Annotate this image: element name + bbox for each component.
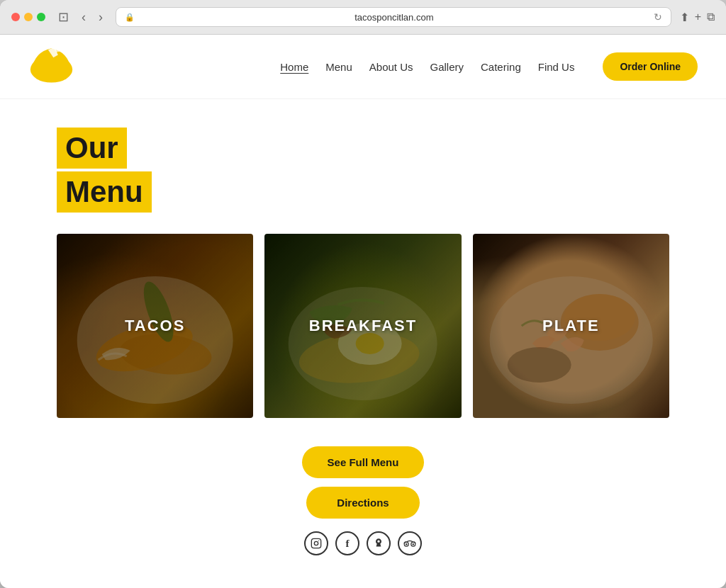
menu-card-plate[interactable]: PLATE bbox=[473, 234, 669, 418]
nav-catering[interactable]: Catering bbox=[481, 61, 521, 73]
tabs-overview-icon[interactable]: ⧉ bbox=[707, 11, 715, 23]
tacos-label: TACOS bbox=[125, 317, 185, 335]
tripadvisor-icon[interactable] bbox=[398, 531, 422, 555]
menu-card-tacos[interactable]: TACOS bbox=[57, 234, 253, 418]
main-nav: Home Menu About Us Gallery Catering Find… bbox=[280, 61, 574, 73]
lock-icon: 🔒 bbox=[125, 13, 135, 22]
forward-button[interactable]: › bbox=[94, 9, 107, 26]
order-online-button[interactable]: Order Online bbox=[603, 52, 698, 81]
share-icon[interactable]: ⬆ bbox=[680, 11, 689, 24]
logo-icon bbox=[28, 42, 78, 91]
plate-label: PLATE bbox=[542, 317, 599, 335]
svg-rect-13 bbox=[311, 539, 320, 548]
section-title: Our Menu bbox=[57, 128, 669, 213]
svg-point-8 bbox=[356, 333, 384, 354]
back-button[interactable]: ‹ bbox=[77, 9, 90, 26]
see-full-menu-button[interactable]: See Full Menu bbox=[302, 446, 425, 478]
instagram-icon[interactable] bbox=[304, 531, 328, 555]
cta-section: See Full Menu Directions f bbox=[57, 446, 669, 570]
svg-point-18 bbox=[406, 543, 407, 545]
new-tab-icon[interactable]: + bbox=[695, 11, 701, 23]
svg-point-15 bbox=[318, 541, 319, 541]
nav-gallery[interactable]: Gallery bbox=[430, 61, 464, 73]
nav-about[interactable]: About Us bbox=[369, 61, 413, 73]
facebook-icon[interactable]: f bbox=[335, 531, 359, 555]
breakfast-label: BREAKFAST bbox=[309, 317, 417, 335]
browser-chrome: ⊡ ‹ › 🔒 tacosponcitlan.com ↻ ⬆ + ⧉ bbox=[0, 0, 726, 35]
page-content: Home Menu About Us Gallery Catering Find… bbox=[0, 35, 726, 588]
svg-point-14 bbox=[314, 542, 318, 545]
nav-menu[interactable]: Menu bbox=[325, 61, 352, 73]
refresh-button[interactable]: ↻ bbox=[654, 11, 662, 23]
title-line-2: Menu bbox=[57, 171, 152, 213]
browser-controls: ⊡ ‹ › bbox=[54, 8, 107, 26]
site-header: Home Menu About Us Gallery Catering Find… bbox=[0, 35, 726, 99]
social-icons: f bbox=[304, 531, 422, 555]
sidebar-toggle-icon[interactable]: ⊡ bbox=[54, 8, 73, 26]
directions-button[interactable]: Directions bbox=[306, 487, 420, 519]
logo-container bbox=[28, 42, 78, 91]
menu-grid: TACOS bbox=[57, 234, 669, 418]
nav-home[interactable]: Home bbox=[280, 61, 308, 73]
maximize-button[interactable] bbox=[37, 13, 45, 21]
close-button[interactable] bbox=[11, 13, 20, 21]
url-text: tacosponcitlan.com bbox=[139, 12, 649, 23]
menu-card-breakfast[interactable]: BREAKFAST bbox=[264, 234, 461, 418]
title-line-1: Our bbox=[57, 128, 127, 169]
svg-point-19 bbox=[413, 543, 414, 545]
minimize-button[interactable] bbox=[24, 13, 33, 21]
address-bar[interactable]: 🔒 tacosponcitlan.com ↻ bbox=[116, 7, 671, 27]
nav-findus[interactable]: Find Us bbox=[538, 61, 575, 73]
browser-window: ⊡ ‹ › 🔒 tacosponcitlan.com ↻ ⬆ + ⧉ bbox=[0, 0, 726, 588]
svg-point-12 bbox=[507, 347, 571, 383]
main-content: Our Menu bbox=[0, 99, 726, 588]
yelp-icon[interactable] bbox=[367, 531, 391, 555]
traffic-lights bbox=[11, 13, 45, 21]
browser-actions: ⬆ + ⧉ bbox=[680, 11, 715, 24]
